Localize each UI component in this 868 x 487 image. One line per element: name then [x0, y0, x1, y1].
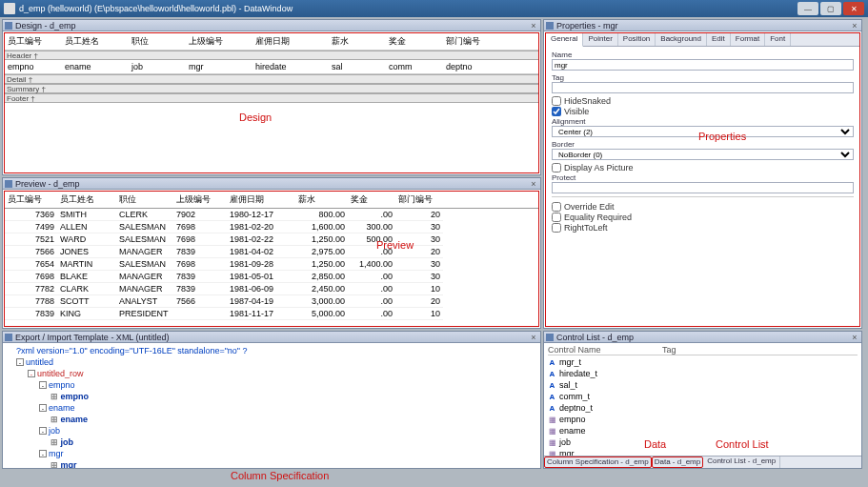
pane-close-icon[interactable]: ×: [529, 333, 538, 342]
preview-cell: 30: [395, 221, 443, 233]
export-tree[interactable]: ?xml version="1.0" encoding="UTF-16LE" s…: [3, 343, 540, 468]
control-list-row[interactable]: ▦empno: [548, 414, 858, 425]
prop-border-select[interactable]: NoBorder (0): [552, 149, 854, 160]
prop-tab-background[interactable]: Background: [656, 33, 707, 46]
preview-cell: .00: [348, 271, 395, 283]
preview-cell: SALESMAN: [116, 233, 173, 246]
prop-override-edit-checkbox[interactable]: [552, 202, 561, 212]
design-col-header[interactable]: 奖金: [386, 33, 443, 50]
preview-col-header[interactable]: 职位: [116, 192, 173, 208]
preview-col-header[interactable]: 奖金: [348, 192, 395, 208]
preview-col-header[interactable]: 员工编号: [5, 192, 57, 208]
design-col-field[interactable]: comm: [386, 60, 443, 73]
control-list-row[interactable]: ▦mgr: [548, 448, 858, 456]
export-field[interactable]: ⊞ empno: [7, 391, 536, 402]
export-pane-header: Export / Import Template - XML (untitled…: [3, 332, 540, 343]
design-col-header[interactable]: 部门编号: [443, 33, 500, 50]
control-list-row[interactable]: Asal_t: [548, 379, 858, 391]
prop-rtl-checkbox[interactable]: [552, 223, 561, 233]
control-list-row[interactable]: ▦job: [548, 436, 858, 448]
preview-col-header[interactable]: 雇佣日期: [227, 192, 295, 208]
export-field[interactable]: ⊞ mgr: [7, 459, 536, 468]
preview-cell: 7839: [173, 283, 227, 295]
minus-icon[interactable]: -: [39, 404, 47, 412]
control-list-pane: Control List - d_emp × Control Name Tag …: [543, 331, 862, 469]
prop-protect-input[interactable]: [552, 182, 854, 193]
design-col-header[interactable]: 雇佣日期: [252, 33, 329, 50]
minus-icon[interactable]: -: [28, 370, 35, 377]
xml-row: -untitled_row: [7, 368, 536, 379]
design-col-header[interactable]: 薪水: [329, 33, 386, 50]
preview-col-header[interactable]: 上级编号: [173, 192, 227, 208]
minus-icon[interactable]: -: [16, 358, 24, 366]
design-col-field[interactable]: hiredate: [252, 60, 329, 73]
control-list-row[interactable]: Amgr_t: [548, 356, 858, 368]
preview-cell: CLERK: [116, 209, 173, 221]
preview-row[interactable]: 7369SMITHCLERK79021980-12-17800.00.0020: [5, 209, 538, 221]
prop-alignment-select[interactable]: Center (2): [552, 126, 854, 137]
preview-row[interactable]: 7782CLARKMANAGER78391981-06-092,450.00.0…: [5, 283, 538, 295]
preview-row[interactable]: 7839KINGPRESIDENT1981-11-175,000.00.0010: [5, 308, 538, 320]
preview-col-header[interactable]: 员工姓名: [57, 192, 116, 208]
control-list-row[interactable]: ▦ename: [548, 425, 858, 436]
minus-icon[interactable]: -: [39, 381, 47, 389]
preview-row[interactable]: 7499ALLENSALESMAN76981981-02-201,600.003…: [5, 221, 538, 233]
design-col-field[interactable]: mgr: [186, 60, 252, 73]
control-list-row[interactable]: Ahiredate_t: [548, 368, 858, 379]
preview-cell: 10: [395, 308, 443, 320]
bottom-tab[interactable]: Control List - d_emp: [703, 457, 780, 468]
pane-close-icon[interactable]: ×: [850, 333, 859, 342]
export-element[interactable]: -mgr: [7, 448, 536, 459]
xml-declaration[interactable]: ?xml version="1.0" encoding="UTF-16LE" s…: [7, 345, 536, 356]
pane-close-icon[interactable]: ×: [529, 21, 538, 30]
prop-tab-format[interactable]: Format: [731, 33, 765, 46]
prop-equality-checkbox[interactable]: [552, 213, 561, 222]
preview-cell: 1981-06-09: [227, 283, 295, 295]
minus-icon[interactable]: -: [39, 427, 47, 435]
preview-body[interactable]: 员工编号员工姓名职位上级编号雇佣日期薪水奖金部门编号7369SMITHCLERK…: [4, 191, 539, 327]
design-col-header[interactable]: 员工编号: [5, 33, 62, 50]
design-col-field[interactable]: empno: [5, 60, 62, 73]
prop-hidesnaked-checkbox[interactable]: [552, 96, 561, 106]
preview-col-header[interactable]: 部门编号: [395, 192, 443, 208]
design-col-field[interactable]: job: [129, 60, 186, 73]
control-list-row[interactable]: Adeptno_t: [548, 402, 858, 414]
design-col-header[interactable]: 上级编号: [186, 33, 252, 50]
design-body[interactable]: 员工编号员工姓名职位上级编号雇佣日期薪水奖金部门编号 Header † empn…: [4, 32, 539, 173]
maximize-button[interactable]: ▢: [820, 2, 841, 15]
design-col-field[interactable]: sal: [329, 60, 386, 73]
design-col-header[interactable]: 职位: [129, 33, 186, 50]
preview-row[interactable]: 7521WARDSALESMAN76981981-02-221,250.0050…: [5, 233, 538, 246]
export-field[interactable]: ⊞ ename: [7, 414, 536, 425]
prop-tab-font[interactable]: Font: [765, 33, 791, 46]
prop-tag-input[interactable]: [552, 82, 854, 93]
preview-row[interactable]: 7698BLAKEMANAGER78391981-05-012,850.00.0…: [5, 271, 538, 283]
minimize-button[interactable]: —: [797, 2, 818, 15]
preview-row[interactable]: 7788SCOTTANALYST75661987-04-193,000.00.0…: [5, 295, 538, 308]
design-col-field[interactable]: deptno: [443, 60, 500, 73]
prop-tab-pointer[interactable]: Pointer: [583, 33, 617, 46]
control-list-row[interactable]: Acomm_t: [548, 391, 858, 402]
prop-display-pic-checkbox[interactable]: [552, 163, 561, 172]
prop-tab-edit[interactable]: Edit: [707, 33, 731, 46]
minus-icon[interactable]: -: [39, 450, 47, 457]
export-element[interactable]: -job: [7, 425, 536, 436]
preview-row[interactable]: 7566JONESMANAGER78391981-04-022,975.00.0…: [5, 246, 538, 258]
prop-visible-checkbox[interactable]: [552, 107, 561, 116]
close-button[interactable]: ✕: [843, 2, 864, 15]
pane-close-icon[interactable]: ×: [850, 21, 859, 30]
prop-tab-position[interactable]: Position: [618, 33, 656, 46]
export-element[interactable]: -ename: [7, 402, 536, 414]
export-field[interactable]: ⊞ job: [7, 436, 536, 448]
preview-col-header[interactable]: 薪水: [295, 192, 348, 208]
design-col-field[interactable]: ename: [62, 60, 129, 73]
bottom-tab[interactable]: Data - d_emp: [652, 457, 703, 468]
control-list-body[interactable]: Control Name Tag Amgr_tAhiredate_tAsal_t…: [544, 343, 861, 456]
prop-tab-general[interactable]: General: [546, 33, 583, 47]
prop-name-input[interactable]: [552, 59, 854, 71]
export-element[interactable]: -empno: [7, 379, 536, 391]
pane-close-icon[interactable]: ×: [529, 179, 538, 189]
bottom-tab[interactable]: Column Specification - d_emp: [544, 457, 652, 468]
preview-row[interactable]: 7654MARTINSALESMAN76981981-09-281,250.00…: [5, 258, 538, 271]
design-col-header[interactable]: 员工姓名: [62, 33, 129, 50]
